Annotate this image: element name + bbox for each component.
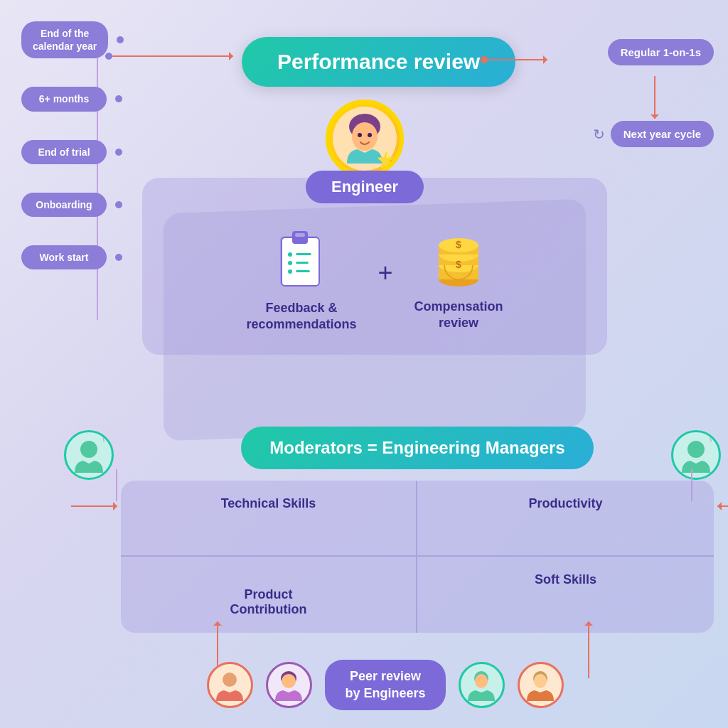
line-mod-left	[116, 469, 117, 501]
manager-fig-left: 🚩	[64, 430, 114, 480]
svg-point-6	[288, 261, 292, 265]
performance-review-title: Performance review	[277, 50, 480, 73]
compensation-label: Compensation review	[414, 299, 503, 332]
next-year-label: Next year cycle	[611, 121, 714, 147]
star-badge: ⭐	[377, 151, 396, 170]
arrow-right-to-skills	[717, 505, 728, 507]
timeline-section: End of the calendar year 6+ months End o…	[21, 21, 124, 298]
skill-product: Product Contribution	[121, 557, 417, 633]
refresh-icon: ↻	[593, 126, 605, 143]
timeline-item-4: Onboarding	[21, 193, 124, 217]
timeline-item-5: Work start	[21, 245, 124, 269]
skill-technical: Technical Skills	[121, 481, 417, 557]
peer-review-label: Peer review by Engineers	[325, 660, 445, 710]
next-year-section: ↻ Next year cycle	[593, 121, 714, 147]
svg-rect-2	[292, 231, 308, 244]
timeline-label-5: Work start	[21, 245, 107, 269]
peer-svg-1	[210, 665, 250, 705]
timeline-label-1: End of the calendar year	[21, 21, 108, 58]
peer-avatar-1	[207, 662, 253, 708]
svg-text:$: $	[456, 239, 461, 250]
plus-sign: +	[378, 258, 393, 288]
flag-icon-left: 🚩	[101, 430, 114, 442]
svg-rect-9	[296, 270, 310, 272]
skill-productivity: Productivity	[417, 481, 714, 557]
skills-card: Technical Skills Productivity Product Co…	[121, 481, 714, 633]
peer-svg-4	[521, 665, 560, 705]
peer-avatar-3	[459, 662, 505, 708]
timeline-label-4: Onboarding	[21, 193, 107, 217]
svg-point-39	[534, 674, 547, 688]
svg-point-4	[288, 252, 292, 257]
compensation-section: $ $ Compensation review	[414, 230, 503, 332]
manager-circle-left: 🚩	[64, 430, 114, 480]
svg-text:$: $	[456, 259, 461, 270]
skill-soft: Soft Skills	[417, 557, 714, 633]
moderators-section: Moderators = Engineering Managers Techni…	[121, 427, 714, 633]
svg-rect-7	[296, 262, 309, 264]
svg-rect-5	[296, 253, 311, 255]
timeline-dot-2	[115, 95, 122, 102]
timeline-dot-4	[115, 201, 122, 208]
svg-point-26	[80, 441, 97, 458]
peer-svg-2	[269, 665, 309, 705]
svg-point-30	[223, 673, 237, 687]
timeline-label-3: End of trial	[21, 140, 107, 164]
main-content-card: Feedback & recommendations + $ $ Compens…	[142, 178, 607, 355]
timeline-item-3: End of trial	[21, 140, 124, 164]
clipboard-icon	[274, 228, 328, 291]
arrow-left-to-skills	[71, 505, 117, 507]
engineer-avatar-ring: ⭐	[326, 100, 404, 178]
regular-1on1-label: Regular 1-on-1s	[608, 39, 714, 65]
timeline-dot-5	[115, 254, 122, 261]
arrow-perf-to-regular	[483, 59, 547, 60]
feedback-label: Feedback & recommendations	[246, 300, 356, 333]
timeline-label-2: 6+ months	[21, 87, 107, 111]
timeline-dot-1	[117, 36, 124, 43]
moderators-header: Moderators = Engineering Managers	[241, 427, 593, 469]
svg-rect-3	[295, 233, 305, 237]
peer-svg-3	[462, 665, 501, 705]
arrow-regular-down	[654, 76, 655, 119]
arrow-timeline-to-perf	[105, 55, 233, 57]
svg-point-36	[475, 674, 488, 688]
timeline-item-2: 6+ months	[21, 87, 124, 111]
peer-section: Peer review by Engineers	[57, 660, 714, 710]
coins-icon: $ $	[429, 230, 489, 290]
engineer-section: ⭐ Engineer	[306, 100, 424, 203]
svg-point-8	[288, 269, 292, 274]
peer-avatar-4	[518, 662, 564, 708]
performance-review-box: Performance review	[242, 37, 515, 87]
timeline-dot-3	[115, 149, 122, 156]
feedback-section: Feedback & recommendations	[246, 228, 356, 333]
manager-avatar-left: 🚩	[64, 430, 114, 480]
svg-point-23	[358, 133, 362, 137]
svg-point-33	[282, 674, 296, 688]
engineer-label: Engineer	[306, 171, 424, 203]
svg-point-24	[368, 133, 372, 137]
peer-avatar-2	[266, 662, 312, 708]
svg-point-22	[352, 122, 378, 151]
